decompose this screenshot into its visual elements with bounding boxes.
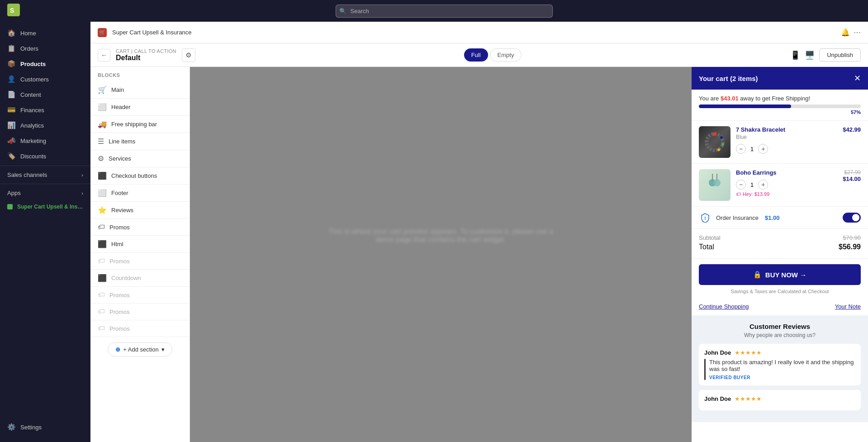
sidebar-item-customers[interactable]: 👤 Customers: [0, 71, 90, 87]
block-promos-5[interactable]: 🏷 Promos: [90, 320, 190, 337]
unpublish-button[interactable]: Unpublish: [819, 48, 861, 62]
sidebar-item-settings[interactable]: ⚙️ Settings: [0, 419, 90, 435]
breadcrumb-section: CART | CALL TO ACTION Default: [116, 48, 176, 62]
block-promos-2[interactable]: 🏷 Promos: [90, 253, 190, 270]
settings-gear-button[interactable]: ⚙: [182, 48, 195, 62]
earrings-qty-decrease[interactable]: −: [736, 180, 746, 190]
promo-tag-icon: 🏷: [736, 191, 741, 197]
earrings-qty-control: − 1 +: [736, 180, 837, 190]
earrings-details: Boho Earrings − 1 + 🏷 Hey: $13.99: [736, 169, 837, 198]
review-header-1: John Doe ★★★★★: [704, 349, 855, 356]
sidebar-item-products[interactable]: 📦 Products: [0, 56, 90, 71]
your-note-link[interactable]: Your Note: [835, 303, 861, 310]
earrings-price-block: $27.99 $14.00: [843, 169, 861, 182]
block-checkout-buttons[interactable]: ⬛ Checkout buttons: [90, 167, 190, 185]
buy-now-button[interactable]: 🔒 BUY NOW →: [699, 264, 861, 285]
bracelet-details: 7 Shakra Bracelet Blue − 1 +: [736, 126, 837, 154]
block-promos4-icon: 🏷: [98, 308, 105, 316]
insurance-price: $1.00: [765, 214, 780, 221]
block-line-items[interactable]: ☰ Line items: [90, 133, 190, 150]
bracelet-qty-control: − 1 +: [736, 144, 837, 154]
editor-header: ← CART | CALL TO ACTION Default ⚙ Full E…: [90, 43, 868, 67]
totals-section: Subtotal $70.98 Total $56.99: [692, 229, 868, 259]
sidebar-item-active-app[interactable]: Super Cart Upsell & Insu...: [0, 200, 90, 214]
block-reviews-icon: ⭐: [98, 206, 107, 214]
total-value: $56.99: [839, 243, 861, 251]
sidebar-item-home[interactable]: 🏠 Home: [0, 25, 90, 41]
verified-badge-1: VERIFIED BUYER: [709, 375, 855, 380]
finances-icon: 💳: [7, 106, 16, 114]
top-nav: S 🔍: [0, 0, 868, 22]
insurance-icon: [699, 211, 711, 224]
mobile-device-icon[interactable]: 📱: [790, 50, 800, 60]
sidebar-item-orders[interactable]: 📋 Orders: [0, 41, 90, 56]
tab-empty[interactable]: Empty: [490, 48, 522, 62]
analytics-icon: 📊: [7, 121, 16, 129]
sidebar-item-analytics[interactable]: 📊 Analytics: [0, 118, 90, 133]
svg-point-3: [713, 132, 716, 136]
sidebar-item-discounts[interactable]: 🏷️ Discounts: [0, 148, 90, 164]
total-row: Total $56.99: [699, 243, 861, 251]
cart-links: Continue Shopping Your Note: [692, 299, 868, 315]
sidebar-item-apps[interactable]: Apps ›: [0, 186, 90, 200]
settings-icon: ⚙️: [7, 423, 16, 431]
app-header: 🛒 Super Cart Upsell & Insurance 🔔 ⋯: [90, 22, 868, 43]
block-html[interactable]: ⬛ Html: [90, 236, 190, 253]
cart-title: Your cart (2 items): [699, 75, 758, 82]
block-promos-1[interactable]: 🏷 Promos: [90, 219, 190, 236]
block-header[interactable]: ⬜ Header: [90, 99, 190, 116]
continue-shopping-link[interactable]: Continue Shopping: [699, 303, 749, 310]
earring-image: [699, 169, 730, 201]
add-section-button[interactable]: ⊕ + Add section ▾: [108, 342, 172, 356]
block-promos1-icon: 🏷: [98, 223, 105, 231]
subtotal-value: $70.98: [843, 234, 861, 241]
review-header-2: John Doe ★★★★★: [704, 395, 855, 402]
svg-point-5: [721, 143, 724, 146]
svg-point-6: [717, 148, 720, 151]
sidebar-item-marketing[interactable]: 📣 Marketing: [0, 133, 90, 148]
sidebar-item-content[interactable]: 📄 Content: [0, 87, 90, 102]
svg-point-10: [713, 179, 721, 186]
block-footer[interactable]: ⬜ Footer: [90, 185, 190, 202]
back-button[interactable]: ←: [98, 49, 110, 62]
earrings-sale-price: $14.00: [843, 176, 861, 182]
block-main[interactable]: 🛒 Main: [90, 81, 190, 99]
block-header-icon: ⬜: [98, 103, 107, 111]
block-reviews[interactable]: ⭐ Reviews: [90, 202, 190, 219]
block-html-icon: ⬛: [98, 240, 107, 248]
earrings-qty-increase[interactable]: +: [758, 180, 768, 190]
svg-point-2: [707, 134, 723, 150]
review-item-2: John Doe ★★★★★: [699, 390, 861, 410]
block-countdown[interactable]: ⬛ Countdown: [90, 270, 190, 287]
cart-close-button[interactable]: ✕: [854, 73, 861, 83]
block-services[interactable]: ⚙ Services: [90, 150, 190, 167]
more-options-icon[interactable]: ⋯: [854, 28, 861, 37]
cart-item-earrings: Boho Earrings − 1 + 🏷 Hey: $13.99: [692, 164, 868, 207]
home-icon: 🏠: [7, 29, 16, 37]
tab-full[interactable]: Full: [464, 48, 488, 62]
block-promos-4[interactable]: 🏷 Promos: [90, 304, 190, 320]
customers-icon: 👤: [7, 75, 16, 83]
sidebar-item-finances[interactable]: 💳 Finances: [0, 102, 90, 118]
editor-breadcrumb: CART | CALL TO ACTION: [116, 48, 176, 54]
desktop-device-icon[interactable]: 🖥️: [805, 50, 815, 60]
bell-icon[interactable]: 🔔: [841, 28, 850, 37]
search-input[interactable]: [336, 5, 553, 18]
sidebar: 🏠 Home 📋 Orders 📦 Products 👤 Customers 📄…: [0, 22, 90, 442]
checkout-note: Savings & Taxes are Calculated at Checko…: [699, 289, 861, 294]
insurance-toggle[interactable]: [843, 213, 861, 223]
insurance-row: Order Insurance $1.00: [692, 207, 868, 229]
bracelet-qty-increase[interactable]: +: [758, 144, 768, 154]
review-quote-bar-1: [704, 359, 706, 380]
block-main-icon: 🛒: [98, 86, 107, 94]
block-free-shipping[interactable]: 🚚 Free shipping bar: [90, 116, 190, 133]
editor-title: Default: [116, 54, 176, 62]
sidebar-item-sales-channels[interactable]: Sales channels ›: [0, 168, 90, 182]
bracelet-price: $42.99: [843, 126, 861, 133]
bracelet-qty-decrease[interactable]: −: [736, 144, 746, 154]
shopify-logo: S: [7, 4, 20, 19]
block-shipping-icon: 🚚: [98, 120, 107, 128]
review-stars-1: ★★★★★: [735, 349, 762, 356]
block-promos-3[interactable]: 🏷 Promos: [90, 287, 190, 304]
canvas-area: This is where your cart preview appears.…: [190, 67, 692, 442]
